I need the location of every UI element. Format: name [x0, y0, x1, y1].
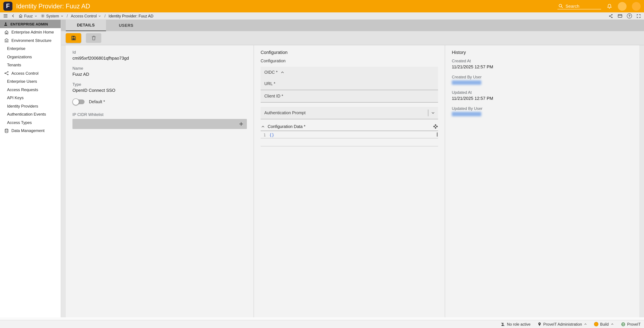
updated-at-label: Updated At	[452, 90, 632, 95]
sidebar-item-label: Enterprise Users	[7, 79, 37, 84]
breadcrumb-current: Identity Provider: Fuuz AD	[108, 14, 153, 18]
sidebar-item-authentication-events[interactable]: Authentication Events	[0, 110, 61, 118]
select-divider	[428, 110, 428, 116]
trash-icon	[91, 35, 96, 41]
back-icon[interactable]	[11, 14, 16, 18]
delete-button[interactable]	[86, 33, 101, 43]
name-field[interactable]: Name Fuuz AD	[72, 66, 247, 77]
sidebar-item-api-keys[interactable]: API Keys	[0, 94, 61, 102]
sidebar-item-access-control[interactable]: Access Control	[0, 69, 61, 77]
editor-scrollbar[interactable]	[437, 132, 438, 137]
chevron-up-icon	[610, 322, 614, 326]
authentication-prompt-select[interactable]: Authentication Prompt	[260, 107, 438, 119]
home-icon	[4, 30, 9, 35]
card-icon[interactable]	[618, 13, 622, 18]
type-value: OpenID Connect SSO	[72, 88, 247, 93]
collapse-icon[interactable]	[280, 70, 284, 74]
breadcrumb-access-control[interactable]: Access Control	[71, 14, 102, 18]
sidebar-item-label: Tenants	[7, 63, 21, 67]
fuuz-logo[interactable]: F	[3, 2, 12, 11]
updated-by-value-redacted	[452, 112, 481, 116]
sidebar-item-organizations[interactable]: Organizations	[0, 53, 61, 61]
configuration-panel: Configuration Configuration OIDC * URL *…	[254, 45, 445, 317]
name-label: Name	[72, 66, 247, 71]
build-selector[interactable]: Build	[594, 322, 614, 326]
authentication-prompt-label: Authentication Prompt	[264, 111, 306, 115]
sidebar-item-access-types[interactable]: Access Types	[0, 118, 61, 127]
default-label: Default *	[89, 99, 105, 104]
workspace-avatar[interactable]	[618, 2, 626, 10]
created-by-value-redacted	[452, 80, 481, 85]
search[interactable]	[558, 3, 601, 9]
dropdown-icon[interactable]	[431, 111, 435, 115]
no-role-status: No role active	[500, 322, 531, 327]
help-icon[interactable]: ?	[627, 13, 632, 18]
topbar-actions	[558, 2, 641, 10]
sidebar-header-label: ENTERPRISE ADMIN	[10, 22, 48, 26]
breadcrumb-system[interactable]: System	[40, 14, 64, 18]
created-by-field: Created By User	[452, 75, 632, 85]
sidebar-item-label: Environment Structure	[12, 38, 52, 43]
sidebar-item-environment-structure[interactable]: Environment Structure	[0, 36, 61, 44]
breadcrumb-home[interactable]: Fuuz	[18, 14, 38, 18]
notifications-button[interactable]	[606, 3, 612, 9]
created-at-label: Created At	[452, 59, 632, 63]
help-glyph: ?	[628, 14, 630, 18]
breadcrumb-access-control-label: Access Control	[71, 14, 97, 18]
tab-users[interactable]: USERS	[106, 20, 146, 31]
collapse-icon[interactable]	[260, 124, 265, 129]
created-by-label: Created By User	[452, 75, 632, 79]
sidebar-item-identity-providers[interactable]: Identity Providers	[0, 102, 61, 110]
user-avatar[interactable]	[632, 2, 641, 10]
search-icon	[558, 3, 564, 9]
save-icon	[70, 35, 76, 41]
oidc-label: OIDC *	[264, 70, 278, 74]
menu-icon[interactable]	[3, 13, 8, 18]
updated-by-field: Updated By User	[452, 106, 632, 116]
sidebar-item-access-requests[interactable]: Access Requests	[0, 86, 61, 94]
configuration-title: Configuration	[260, 50, 438, 55]
sidebar-item-label: Identity Providers	[7, 104, 38, 109]
configuration-section-label: Configuration	[260, 59, 438, 63]
created-at-value: 11/21/2025 12:57 PM	[452, 64, 632, 69]
editor-line[interactable]: 1 {}	[260, 132, 438, 138]
configuration-data-label: Configuration Data *	[268, 124, 306, 129]
page-title: Identity Provider: Fuuz AD	[16, 2, 90, 10]
sidebar-item-label: Authentication Events	[7, 112, 46, 117]
name-value[interactable]: Fuuz AD	[72, 72, 247, 77]
gear-icon	[40, 14, 45, 18]
search-input[interactable]	[566, 3, 600, 8]
type-label: Type	[72, 82, 247, 87]
fullscreen-icon[interactable]	[636, 13, 641, 18]
client-id-input[interactable]: Client ID *	[260, 90, 438, 102]
sidebar-item-enterprise[interactable]: Enterprise	[0, 44, 61, 53]
move-icon[interactable]	[433, 124, 438, 129]
app-root: F Identity Provider: Fuuz AD Fuuz System	[0, 0, 644, 328]
sidebar-item-label: Organizations	[7, 55, 32, 59]
config-data-editor[interactable]: 1 {}	[260, 132, 438, 146]
hub-icon	[4, 71, 9, 76]
sidebar-item-label: Access Types	[7, 120, 32, 125]
sidebar-item-tenants[interactable]: Tenants	[0, 61, 61, 69]
sidebar-item-label: Enterprise	[7, 46, 25, 51]
sidebar-header: ENTERPRISE ADMIN	[0, 20, 61, 28]
administration-selector[interactable]: ProveIT Administration	[537, 322, 587, 326]
sidebar-item-enterprise-users[interactable]: Enterprise Users	[0, 77, 61, 86]
tab-details[interactable]: DETAILS	[66, 20, 106, 31]
topbar: F Identity Provider: Fuuz AD	[0, 0, 644, 12]
add-icon[interactable]	[238, 121, 244, 127]
brand-status: ProveIT	[621, 322, 641, 327]
save-button[interactable]	[66, 33, 81, 43]
sidebar-item-data-management[interactable]: Data Management	[0, 127, 61, 135]
administration-label: ProveIT Administration	[543, 322, 582, 326]
ip-cidr-label: IP CIDR Whitelist	[72, 112, 247, 117]
sidebar-item-enterprise-admin-home[interactable]: Enterprise Admin Home	[0, 28, 61, 36]
share-icon[interactable]	[608, 13, 613, 18]
editor-code[interactable]: {}	[269, 132, 274, 137]
default-toggle[interactable]	[74, 99, 84, 104]
oidc-section-header[interactable]: OIDC *	[260, 67, 438, 78]
statusbar: No role active ProveIT Administration Bu…	[0, 320, 644, 328]
sidebar-item-label: Access Requests	[7, 87, 38, 92]
home-icon	[18, 14, 23, 18]
url-input[interactable]: URL *	[260, 78, 438, 90]
